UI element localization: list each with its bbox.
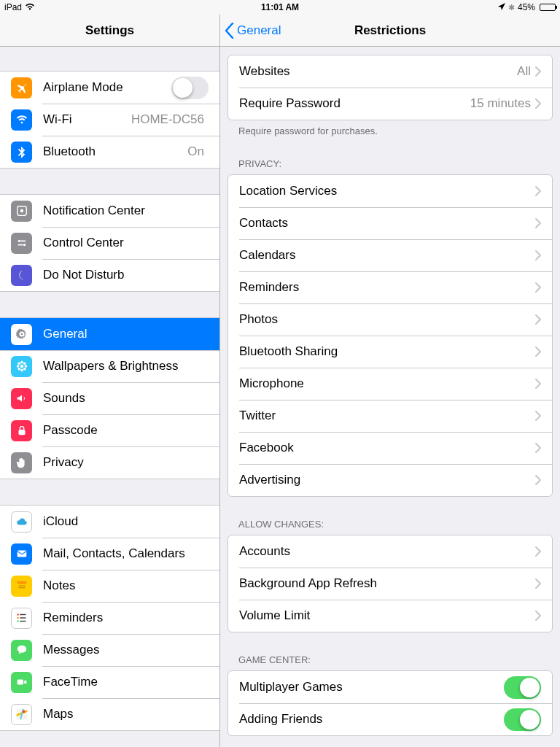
setting-row-photos[interactable]: Photos — [228, 303, 552, 336]
setting-label: Reminders — [239, 280, 535, 295]
sidebar-item-mail[interactable]: Mail, Contacts, Calendars — [0, 538, 219, 570]
setting-label: Advertising — [239, 473, 535, 487]
moon-icon — [11, 265, 32, 286]
setting-row-rem[interactable]: Reminders — [228, 271, 552, 303]
chevron-right-icon — [535, 98, 541, 109]
setting-label: Background App Refresh — [239, 576, 535, 591]
sidebar-item-maps[interactable]: Maps — [0, 698, 219, 730]
svg-point-11 — [18, 362, 20, 365]
sidebar-item-facetime[interactable]: FaceTime — [0, 666, 219, 698]
setting-row-contacts[interactable]: Contacts — [228, 207, 552, 239]
svg-point-13 — [18, 368, 20, 371]
setting-label: Facebook — [239, 441, 535, 455]
svg-point-29 — [22, 711, 25, 713]
setting-label: Volume Limit — [239, 608, 535, 623]
sidebar-item-airplane[interactable]: Airplane Mode — [0, 71, 219, 104]
setting-row-ads[interactable]: Advertising — [228, 464, 552, 496]
setting-label: Adding Friends — [239, 712, 504, 727]
mail-icon — [11, 543, 32, 565]
sidebar-item-label: Messages — [43, 643, 209, 657]
sidebar-item-label: Notification Center — [43, 204, 209, 218]
sidebar-item-label: Maps — [43, 707, 209, 721]
sidebar-item-label: Bluetooth — [43, 144, 187, 159]
section-header: ALLOW CHANGES: — [220, 519, 560, 535]
svg-point-2 — [18, 240, 20, 242]
svg-rect-27 — [17, 679, 23, 684]
sidebar-item-wallpapers[interactable]: Wallpapers & Brightness — [0, 350, 219, 382]
svg-rect-15 — [18, 430, 25, 435]
svg-point-8 — [20, 369, 23, 372]
hand-icon — [11, 452, 32, 473]
setting-row-reqpass[interactable]: Require Password15 minutes — [228, 88, 552, 120]
setting-row-cal[interactable]: Calendars — [228, 239, 552, 271]
back-button[interactable]: General — [225, 23, 281, 39]
svg-point-24 — [17, 614, 18, 615]
setting-label: Require Password — [239, 96, 470, 111]
sidebar-item-label: iCloud — [43, 514, 209, 529]
video-icon — [11, 672, 32, 693]
cc-icon — [11, 233, 32, 254]
setting-row-twitter[interactable]: Twitter — [228, 400, 552, 432]
setting-row-accounts[interactable]: Accounts — [228, 535, 552, 568]
reminders-icon — [11, 608, 32, 629]
sidebar-item-notification[interactable]: Notification Center — [0, 195, 219, 227]
sidebar-item-general[interactable]: General — [0, 318, 219, 350]
sidebar-item-wifi[interactable]: Wi-FiHOME-DC56 — [0, 104, 219, 136]
bluetooth-status-icon: ✱ — [508, 3, 515, 12]
detail-navbar: General Restrictions — [220, 15, 560, 47]
setting-row-fb[interactable]: Facebook — [228, 432, 552, 464]
sidebar-item-value: On — [187, 144, 204, 159]
airplane-switch[interactable] — [171, 77, 209, 99]
sidebar-item-dnd[interactable]: Do Not Disturb — [0, 259, 219, 291]
sidebar-item-label: FaceTime — [43, 675, 209, 689]
setting-label: Calendars — [239, 248, 535, 263]
sidebar-item-notes[interactable]: Notes — [0, 570, 219, 602]
setting-value: All — [517, 64, 531, 79]
sidebar-item-sounds[interactable]: Sounds — [0, 382, 219, 414]
setting-label: Accounts — [239, 544, 535, 559]
svg-rect-5 — [18, 244, 23, 246]
sidebar-item-bluetooth[interactable]: BluetoothOn — [0, 136, 219, 168]
setting-row-websites[interactable]: WebsitesAll — [228, 55, 552, 88]
sidebar-item-reminders[interactable]: Reminders — [0, 602, 219, 634]
device-label: iPad — [4, 2, 22, 12]
setting-row-friends[interactable]: Adding Friends — [228, 703, 552, 735]
chevron-right-icon — [535, 475, 541, 485]
section-footer: Require password for purchases. — [220, 120, 560, 136]
sidebar-item-controlcenter[interactable]: Control Center — [0, 227, 219, 259]
sidebar-item-icloud[interactable]: iCloud — [0, 506, 219, 538]
notif-icon — [11, 201, 32, 222]
setting-label: Microphone — [239, 376, 535, 391]
sidebar-navbar: Settings — [0, 15, 219, 47]
setting-row-bgapp[interactable]: Background App Refresh — [228, 568, 552, 600]
chevron-right-icon — [535, 443, 541, 453]
sidebar-item-passcode[interactable]: Passcode — [0, 414, 219, 446]
chevron-right-icon — [535, 546, 541, 557]
setting-row-multi[interactable]: Multiplayer Games — [228, 671, 552, 703]
friends-switch[interactable] — [504, 708, 541, 731]
setting-label: Contacts — [239, 216, 535, 231]
sidebar-item-label: Control Center — [43, 236, 209, 250]
multi-switch[interactable] — [504, 676, 541, 699]
setting-row-btshare[interactable]: Bluetooth Sharing — [228, 336, 552, 368]
sidebar-item-label: Passcode — [43, 423, 209, 438]
sidebar-item-messages[interactable]: Messages — [0, 634, 219, 666]
svg-point-14 — [23, 368, 26, 371]
setting-label: Websites — [239, 64, 517, 79]
notes-icon — [11, 576, 32, 597]
sidebar-item-label: General — [43, 327, 209, 341]
sidebar-item-label: Privacy — [43, 455, 209, 470]
sidebar-item-label: Notes — [43, 578, 209, 593]
sidebar-item-privacy[interactable]: Privacy — [0, 446, 219, 479]
svg-point-7 — [20, 361, 23, 364]
sidebar-item-label: Reminders — [43, 611, 209, 625]
status-bar: iPad 11:01 AM ✱ 45% — [0, 0, 560, 15]
svg-rect-16 — [17, 551, 26, 557]
location-icon — [498, 2, 505, 12]
chevron-right-icon — [535, 578, 541, 589]
bluetooth-icon — [11, 142, 32, 163]
chevron-right-icon — [535, 347, 541, 357]
setting-row-vol[interactable]: Volume Limit — [228, 600, 552, 632]
setting-row-mic[interactable]: Microphone — [228, 368, 552, 400]
setting-row-loc[interactable]: Location Services — [228, 175, 552, 207]
